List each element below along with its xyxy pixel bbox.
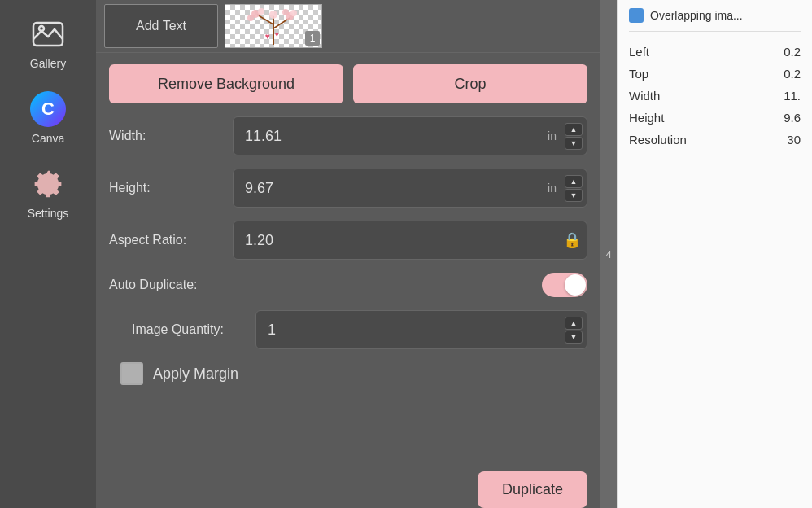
aspect-ratio-label: Aspect Ratio: xyxy=(109,233,223,247)
sidebar: Gallery C Canva Settings xyxy=(0,0,96,508)
remove-background-button[interactable]: Remove Background xyxy=(109,64,343,103)
controls-panel: Remove Background Crop Width: in ▲ ▼ Hei… xyxy=(96,53,600,396)
prop-resolution-key: Resolution xyxy=(629,133,687,147)
svg-point-10 xyxy=(282,9,289,15)
sidebar-item-gallery[interactable]: Gallery xyxy=(0,7,96,78)
height-spinner: ▲ ▼ xyxy=(565,175,583,202)
height-spin-down[interactable]: ▼ xyxy=(565,189,583,202)
aspect-ratio-input[interactable] xyxy=(233,221,587,260)
add-text-button[interactable]: Add Text xyxy=(104,4,218,48)
crop-button[interactable]: Crop xyxy=(353,64,587,103)
quantity-spin-down[interactable]: ▼ xyxy=(565,331,583,344)
aspect-ratio-input-wrap: 🔒 xyxy=(233,221,587,260)
sidebar-gallery-label: Gallery xyxy=(30,57,66,70)
svg-text:♥: ♥ xyxy=(265,32,270,41)
sidebar-settings-label: Settings xyxy=(28,207,69,220)
prop-width-val: 11. xyxy=(784,89,801,103)
lock-icon: 🔒 xyxy=(563,231,581,249)
apply-margin-checkbox[interactable] xyxy=(120,362,143,385)
overlapping-text: Overlapping ima... xyxy=(650,9,743,22)
overlapping-row: Overlapping ima... xyxy=(629,8,801,32)
prop-resolution-val: 30 xyxy=(787,133,801,147)
prop-left-val: 0.2 xyxy=(784,45,801,59)
separator-number: 4 xyxy=(605,248,611,261)
prop-width-key: Width xyxy=(629,89,660,103)
prop-top-val: 0.2 xyxy=(784,67,801,81)
thumbnail-badge: 1 xyxy=(305,31,320,46)
height-label: Height: xyxy=(109,181,223,195)
width-row: Width: in ▲ ▼ xyxy=(109,116,587,155)
sidebar-canva-label: Canva xyxy=(32,132,64,145)
aspect-ratio-row: Aspect Ratio: 🔒 xyxy=(109,221,587,260)
height-row: Height: in ▲ ▼ xyxy=(109,169,587,208)
right-panel: Overlapping ima... Left 0.2 Top 0.2 Widt… xyxy=(617,0,812,508)
width-spinner: ▲ ▼ xyxy=(565,123,583,150)
prop-width: Width 11. xyxy=(629,89,801,103)
top-strip: Add Text ♥ ♥ 1 xyxy=(96,0,600,53)
width-spin-down[interactable]: ▼ xyxy=(565,137,583,150)
svg-point-1 xyxy=(39,26,44,31)
prop-top-key: Top xyxy=(629,67,648,81)
image-quantity-row: Image Quantity: ▲ ▼ xyxy=(109,310,587,349)
v-separator: 4 xyxy=(600,0,617,508)
main-panel: Add Text ♥ ♥ 1 Remov xyxy=(96,0,600,508)
thumbnail-image: ♥ ♥ xyxy=(241,8,306,45)
height-unit: in xyxy=(548,182,557,195)
image-quantity-label: Image Quantity: xyxy=(132,322,246,337)
width-spin-up[interactable]: ▲ xyxy=(565,123,583,136)
gallery-icon xyxy=(28,15,68,54)
image-quantity-input[interactable] xyxy=(255,310,587,349)
svg-point-7 xyxy=(247,15,254,21)
height-spin-up[interactable]: ▲ xyxy=(565,175,583,188)
settings-icon xyxy=(28,164,68,204)
height-input-wrap: in ▲ ▼ xyxy=(233,169,587,208)
quantity-input-wrap: ▲ ▼ xyxy=(255,310,587,349)
sidebar-item-settings[interactable]: Settings xyxy=(0,156,96,228)
svg-point-11 xyxy=(269,11,277,19)
auto-duplicate-label: Auto Duplicate: xyxy=(109,278,532,292)
properties-table: Left 0.2 Top 0.2 Width 11. Height 9.6 Re… xyxy=(629,45,801,147)
prop-left-key: Left xyxy=(629,45,649,59)
canva-icon: C xyxy=(28,90,68,129)
width-input[interactable] xyxy=(233,116,587,155)
prop-resolution: Resolution 30 xyxy=(629,133,801,147)
svg-text:♥: ♥ xyxy=(275,31,279,38)
height-input[interactable] xyxy=(233,169,587,208)
prop-left: Left 0.2 xyxy=(629,45,801,59)
apply-margin-label: Apply Margin xyxy=(153,366,238,383)
prop-height-key: Height xyxy=(629,111,664,125)
duplicate-button[interactable]: Duplicate xyxy=(478,471,587,508)
auto-duplicate-row: Auto Duplicate: xyxy=(109,273,587,297)
sidebar-item-canva[interactable]: C Canva xyxy=(0,81,96,153)
svg-point-6 xyxy=(258,8,264,15)
auto-duplicate-toggle[interactable] xyxy=(542,273,587,297)
prop-height: Height 9.6 xyxy=(629,111,801,125)
apply-margin-row: Apply Margin xyxy=(109,362,587,385)
blue-square-icon xyxy=(629,8,644,23)
quantity-spin-up[interactable]: ▲ xyxy=(565,317,583,330)
action-buttons-row: Remove Background Crop xyxy=(109,64,587,103)
toggle-knob xyxy=(565,274,586,296)
svg-point-9 xyxy=(290,10,297,16)
prop-top: Top 0.2 xyxy=(629,67,801,81)
width-label: Width: xyxy=(109,129,223,143)
quantity-spinner: ▲ ▼ xyxy=(565,317,583,344)
image-thumbnail[interactable]: ♥ ♥ 1 xyxy=(225,4,322,48)
width-input-wrap: in ▲ ▼ xyxy=(233,116,587,155)
width-unit: in xyxy=(548,129,557,142)
prop-height-val: 9.6 xyxy=(784,111,801,125)
